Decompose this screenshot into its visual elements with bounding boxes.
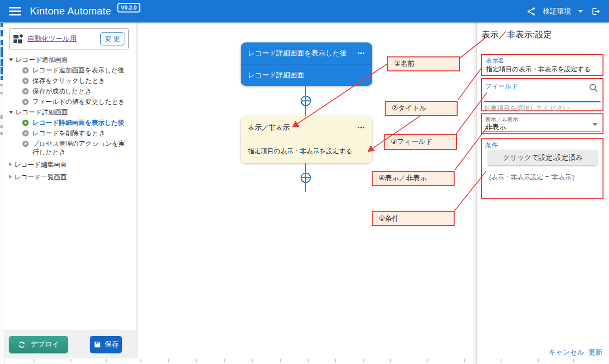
action-node-subtitle: 指定項目の表示・非表示を設定する <box>248 147 352 156</box>
sidebar: 自動化ツール用 変 更 レコード追加画面 レコード追加画面を表示した後 保存をク… <box>4 22 136 358</box>
visibility-select-value[interactable]: 非表示 <box>485 123 506 132</box>
version-badge: V0.2.0 <box>117 3 140 12</box>
field-focus-underline <box>484 101 601 102</box>
app-name-link[interactable]: 自動化ツール用 <box>27 34 77 43</box>
tree-group-record-detail[interactable]: レコード詳細画面 <box>4 107 136 117</box>
chevron-expanded-icon[interactable] <box>9 111 13 114</box>
app-title: Kintone Automate <box>30 5 111 17</box>
chevron-expanded-icon[interactable] <box>9 58 13 61</box>
play-circle-icon <box>22 77 29 84</box>
display-name-value[interactable]: 指定項目の表示・非表示を設定する <box>486 65 591 74</box>
action-node-title: 表示／非表示 <box>248 123 290 132</box>
trigger-node-header: レコード詳細画面を表示した後 ⋯ <box>241 42 372 64</box>
environment-selector[interactable]: 検証環境 <box>543 7 571 16</box>
annotation-outline-display-name: 表示名 指定項目の表示・非表示を設定する <box>481 54 604 76</box>
tree-event[interactable]: 保存が成功したとき <box>4 86 136 96</box>
tree-event-selected[interactable]: レコード詳細画面を表示した後 <box>4 117 136 128</box>
visibility-underline <box>484 131 601 132</box>
add-node-button[interactable] <box>300 95 311 106</box>
annotation-box-field: ③フィールド <box>384 134 457 150</box>
app-blocks-icon <box>13 34 23 44</box>
menu-icon[interactable] <box>9 5 21 17</box>
play-circle-icon <box>22 140 29 147</box>
deploy-button-label: デプロイ <box>30 340 59 349</box>
change-app-button[interactable]: 変 更 <box>100 32 124 45</box>
trigger-node-subtitle: レコード詳細画面 <box>248 71 304 80</box>
annotation-outline-condition: 条件 クリックで設定:設定済み (表示・非表示設定 = '非表示') <box>481 138 604 199</box>
save-button-label: 保存 <box>105 340 119 349</box>
more-options-icon[interactable]: ⋯ <box>357 49 365 57</box>
annotation-box-visibility: ④表示／非表示 <box>372 171 455 186</box>
panel-title: 表示／非表示:設定 <box>482 29 552 40</box>
tree-event[interactable]: プロセス管理のアクションを実行したとき <box>4 138 136 157</box>
play-circle-icon <box>22 88 29 95</box>
tree-event[interactable]: レコードを削除するとき <box>4 128 136 138</box>
trigger-node[interactable]: レコード詳細画面を表示した後 ⋯ レコード詳細画面 <box>241 42 372 86</box>
share-icon[interactable] <box>526 6 536 16</box>
visibility-select-label: 表示／非表示 <box>485 116 518 123</box>
action-node[interactable]: 表示／非表示 ⋯ 指定項目の表示・非表示を設定する <box>241 116 372 163</box>
play-circle-icon <box>22 98 29 105</box>
condition-label: 条件 <box>485 141 498 150</box>
annotation-outline-field: フィールド 対象項目を選択してください <box>481 78 604 111</box>
sync-icon <box>17 341 26 349</box>
event-tree: レコード追加画面 レコード追加画面を表示した後 保存をクリックしたとき 保存が成… <box>4 54 136 182</box>
action-node-header: 表示／非表示 ⋯ <box>241 116 372 139</box>
tree-group-record-edit[interactable]: レコード編集画面 <box>4 159 136 170</box>
chevron-down-icon[interactable] <box>578 10 583 12</box>
annotation-box-title: ②タイトル <box>385 101 458 116</box>
save-button[interactable]: 保存 <box>90 336 122 353</box>
sidebar-footer: デプロイ 保存 <box>4 331 136 358</box>
chevron-collapsed-icon[interactable] <box>9 175 12 179</box>
cancel-button[interactable]: キャンセル <box>549 348 585 357</box>
annotation-outline-visibility: 表示／非表示 非表示 <box>481 113 604 134</box>
app-root: Kintone Automate V0.2.0 検証環境 <box>0 0 609 364</box>
save-icon <box>93 341 101 349</box>
condition-configure-button[interactable]: クリックで設定:設定済み <box>488 150 598 165</box>
add-node-button[interactable] <box>300 172 311 183</box>
tree-event[interactable]: フィールドの値を変更したとき <box>4 96 136 107</box>
play-circle-icon <box>22 130 29 137</box>
app-selector: 自動化ツール用 変 更 <box>9 28 129 49</box>
trigger-node-body: レコード詳細画面 <box>241 64 372 86</box>
play-circle-icon-active <box>22 119 29 126</box>
tree-event[interactable]: 保存をクリックしたとき <box>4 75 136 86</box>
deploy-button[interactable]: デプロイ <box>9 336 68 353</box>
play-circle-icon <box>22 67 29 74</box>
more-options-icon[interactable]: ⋯ <box>357 124 365 131</box>
field-placeholder-text: 対象項目を選択してください <box>484 104 570 113</box>
trigger-node-title: レコード詳細画面を表示した後 <box>248 49 347 58</box>
logout-icon[interactable] <box>590 6 601 16</box>
action-node-body: 指定項目の表示・非表示を設定する <box>241 139 372 163</box>
settings-panel: 表示／非表示:設定 表示名 指定項目の表示・非表示を設定する フィールド 対象項… <box>476 22 609 364</box>
tree-event[interactable]: レコード追加画面を表示した後 <box>4 65 136 75</box>
search-icon <box>589 83 599 93</box>
topbar-right-group: 検証環境 <box>526 6 601 16</box>
update-button[interactable]: 更新 <box>589 348 603 357</box>
dropdown-caret-icon[interactable] <box>593 123 598 126</box>
field-search-input[interactable] <box>485 90 585 101</box>
tree-group-record-list[interactable]: レコード一覧画面 <box>4 172 136 182</box>
top-bar: Kintone Automate V0.2.0 検証環境 <box>0 0 609 22</box>
tree-group-record-add[interactable]: レコード追加画面 <box>4 54 136 65</box>
annotation-box-name: ①名前 <box>387 56 460 71</box>
annotation-box-condition: ⑤条件 <box>372 211 455 226</box>
chevron-collapsed-icon[interactable] <box>9 162 12 166</box>
condition-divider <box>485 194 600 194</box>
condition-summary: (表示・非表示設定 = '非表示') <box>489 173 575 182</box>
display-name-label: 表示名 <box>486 56 504 65</box>
